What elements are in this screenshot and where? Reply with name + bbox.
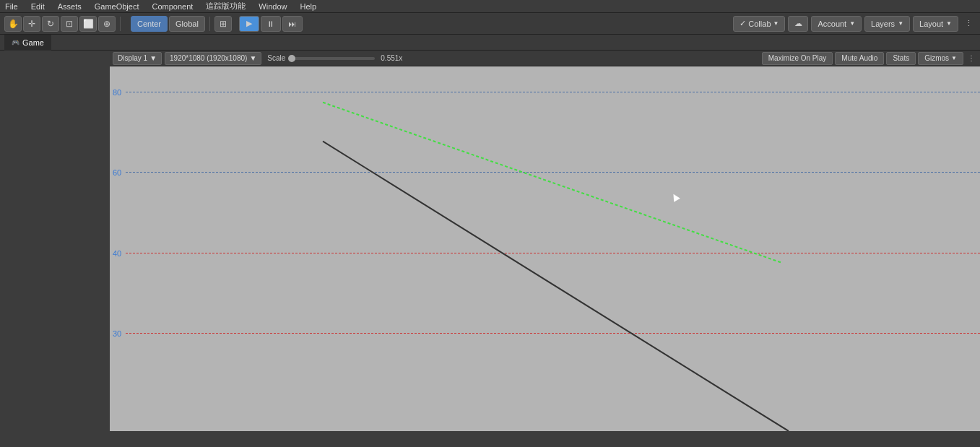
- game-toolbar-right: Maximize On Play Mute Audio Stats Gizmos…: [762, 52, 977, 65]
- grid-button[interactable]: ⊞: [214, 16, 232, 32]
- collab-dropdown-arrow: ▼: [773, 20, 779, 27]
- game-tab-icon: 🎮: [12, 39, 19, 46]
- global-button[interactable]: Global: [169, 16, 205, 32]
- game-tab-label: Game: [22, 38, 44, 47]
- maximize-on-play-button[interactable]: Maximize On Play: [762, 52, 833, 65]
- game-toolbar: Display 1 ▼ 1920*1080 (1920x1080) ▼ Scal…: [110, 51, 980, 66]
- menu-edit[interactable]: Edit: [29, 2, 47, 11]
- menu-gameobject[interactable]: GameObject: [92, 2, 142, 11]
- resolution-label: 1920*1080 (1920x1080): [170, 54, 247, 62]
- separator-1: [120, 17, 121, 31]
- menu-file[interactable]: File: [3, 2, 20, 11]
- tab-bar: 🎮 Game: [0, 35, 980, 51]
- game-viewport: 80 60 40 30: [110, 66, 980, 431]
- layers-button[interactable]: Layers ▼: [864, 16, 910, 32]
- pause-button[interactable]: ⏸: [261, 16, 281, 32]
- menu-bar: File Edit Assets GameObject Component 追踪…: [0, 0, 980, 13]
- game-tab[interactable]: 🎮 Game: [4, 35, 51, 51]
- play-controls: ▶ ⏸ ⏭: [239, 16, 303, 32]
- display-dropdown[interactable]: Display 1 ▼: [113, 52, 162, 65]
- layers-dropdown-arrow: ▼: [898, 20, 903, 27]
- menu-tracking[interactable]: 追踪版功能: [204, 1, 248, 12]
- more-options-button[interactable]: ⋮: [961, 16, 976, 32]
- account-label: Account: [818, 19, 846, 28]
- layout-label: Layout: [919, 19, 943, 28]
- checkmark-icon: ✓: [740, 19, 746, 28]
- display-label: Display 1: [118, 54, 147, 62]
- collab-button[interactable]: ✓ Collab ▼: [733, 16, 785, 32]
- separator-2: [209, 17, 210, 31]
- display-arrow: ▼: [149, 54, 157, 62]
- scale-slider[interactable]: [288, 57, 375, 60]
- scale-thumb: [288, 55, 295, 62]
- cloud-button[interactable]: ☁: [788, 16, 808, 32]
- step-button[interactable]: ⏭: [282, 16, 303, 32]
- layers-label: Layers: [871, 19, 895, 28]
- layout-button[interactable]: Layout ▼: [913, 16, 958, 32]
- rotate-tool-button[interactable]: ↻: [42, 16, 59, 32]
- resolution-dropdown[interactable]: 1920*1080 (1920x1080) ▼: [165, 52, 261, 65]
- hand-tool-button[interactable]: ✋: [4, 16, 22, 32]
- gizmos-arrow: ▼: [951, 55, 957, 61]
- toolbar-right: ✓ Collab ▼ ☁ Account ▼ Layers ▼ Layout ▼…: [733, 16, 976, 32]
- menu-assets[interactable]: Assets: [56, 2, 84, 11]
- play-button[interactable]: ▶: [239, 16, 259, 32]
- center-global-group: Center Global: [131, 16, 205, 32]
- main-layout: Display 1 ▼ 1920*1080 (1920x1080) ▼ Scal…: [0, 51, 980, 431]
- collab-label: Collab: [748, 19, 771, 28]
- black-line: [323, 142, 789, 431]
- left-panel: [0, 51, 110, 431]
- account-dropdown-arrow: ▼: [849, 20, 855, 27]
- mute-audio-button[interactable]: Mute Audio: [835, 52, 884, 65]
- multi-tool-button[interactable]: ⊕: [98, 16, 116, 32]
- green-line: [323, 103, 781, 263]
- scale-tool-button[interactable]: ⊡: [61, 16, 78, 32]
- move-tool-button[interactable]: ✛: [23, 16, 40, 32]
- menu-component[interactable]: Component: [149, 2, 195, 11]
- tool-group: ✋ ✛ ↻ ⊡ ⬜ ⊕: [4, 16, 116, 32]
- stats-button[interactable]: Stats: [886, 52, 916, 65]
- canvas-svg: [110, 66, 980, 431]
- layout-dropdown-arrow: ▼: [946, 20, 952, 27]
- game-area: Display 1 ▼ 1920*1080 (1920x1080) ▼ Scal…: [110, 51, 980, 431]
- game-toolbar-more-button[interactable]: ⋮: [966, 52, 977, 65]
- rect-tool-button[interactable]: ⬜: [79, 16, 97, 32]
- center-button[interactable]: Center: [131, 16, 168, 32]
- gizmos-label: Gizmos: [924, 54, 949, 62]
- canvas-area: 80 60 40 30: [110, 66, 980, 431]
- menu-window[interactable]: Window: [256, 2, 289, 11]
- toolbar: ✋ ✛ ↻ ⊡ ⬜ ⊕ Center Global ⊞ ▶ ⏸ ⏭ ✓ Coll…: [0, 13, 980, 35]
- account-button[interactable]: Account ▼: [811, 16, 862, 32]
- resolution-arrow: ▼: [249, 54, 256, 62]
- menu-help[interactable]: Help: [298, 2, 318, 11]
- scale-label: Scale: [267, 54, 285, 62]
- scale-value: 0.551x: [381, 54, 402, 62]
- gizmos-button[interactable]: Gizmos ▼: [918, 52, 963, 65]
